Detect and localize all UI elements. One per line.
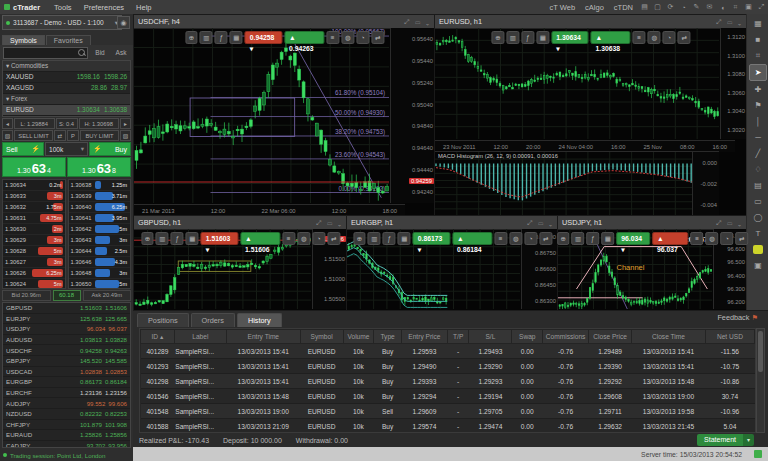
dom-row[interactable]: 1.306266.25m — [3, 268, 65, 279]
sell-price-button[interactable]: 0.94258 ▾ — [245, 31, 282, 44]
menu-item-tools[interactable]: Tools — [48, 3, 78, 12]
column-header[interactable]: Commissions — [543, 330, 589, 344]
tab-positions[interactable]: Positions — [137, 313, 189, 327]
table-row[interactable]: 401289SampleRSI...13/03/2013 15:41EURUSD… — [141, 344, 755, 359]
timeframe-icon[interactable]: ▦ — [601, 232, 614, 245]
order-list-icon[interactable]: ≡ — [633, 31, 646, 44]
indicator-icon[interactable]: ƒ — [586, 232, 599, 245]
dom-row[interactable]: 1.306425m — [69, 224, 131, 235]
layout-grid-icon[interactable]: ▦ — [750, 16, 766, 31]
quote-row[interactable]: EURJPY125.638125.665 — [3, 314, 130, 325]
apps-icon[interactable]: ⌗ — [729, 3, 742, 11]
dom-row[interactable]: 1.306302m — [3, 224, 65, 235]
right-icon[interactable]: ▧ — [120, 130, 131, 141]
search-input[interactable] — [3, 47, 88, 59]
menu-item-preferences[interactable]: Preferences — [78, 3, 130, 12]
dom-row[interactable]: 1.306406.25m — [69, 202, 131, 213]
pending-icon[interactable]: P — [67, 130, 79, 141]
quote-row[interactable]: AUDUSD1.038131.03828 — [3, 335, 130, 346]
dom-row[interactable]: 1.306505m — [69, 279, 131, 289]
rect-tool-icon[interactable]: ▭ — [750, 194, 766, 209]
column-header[interactable]: Close Time — [632, 330, 706, 344]
info-icon[interactable]: ◍ — [706, 232, 719, 245]
chart-type-icon[interactable]: ▥ — [506, 31, 519, 44]
quote-row[interactable]: NZDUSD0.822320.82253 — [3, 409, 130, 420]
chart-type-icon[interactable]: ▥ — [368, 232, 381, 245]
dom-row[interactable]: 1.306273m — [3, 257, 65, 268]
sync-icon[interactable]: ⟳ — [664, 3, 677, 11]
ellipse-tool-icon[interactable]: ◯ — [750, 210, 766, 225]
share-icon[interactable]: ⇄ — [735, 232, 748, 245]
text-tool-icon[interactable]: T — [750, 226, 766, 241]
dom-row[interactable]: 1.306393.71m — [69, 191, 131, 202]
tab-orders[interactable]: Orders — [191, 313, 235, 327]
dom-row[interactable]: 1.306333m — [3, 191, 65, 202]
buy-price-button[interactable]: ▲ 1.51606 — [240, 232, 280, 245]
clock-icon[interactable]: ◔ — [720, 232, 733, 245]
quote-row[interactable]: AUDJPY99.55299.606 — [3, 398, 130, 409]
top-link-ct-web[interactable]: cT Web — [544, 3, 580, 12]
chart-title-bar[interactable]: EURGBP, h1⤢ ▭ ⌄ — [347, 216, 558, 230]
indicator-icon[interactable]: ƒ — [171, 232, 184, 245]
dom-row[interactable]: 1.306285m — [3, 246, 65, 257]
sell-price-button[interactable]: 1.51603 ▾ — [201, 232, 238, 245]
sell-limit-button[interactable]: SELL LIMIT — [14, 130, 53, 141]
expand-icon[interactable]: ▸ — [120, 118, 131, 129]
square-icon[interactable]: ■ — [750, 32, 766, 47]
zoom-icon[interactable]: ⊕ — [491, 31, 504, 44]
column-header[interactable]: T/P — [447, 330, 468, 344]
column-header[interactable]: Label — [174, 330, 226, 344]
window-icons[interactable]: ⤢ ▭ ⌄ — [716, 18, 743, 26]
dom-row[interactable]: 1.306245m — [3, 279, 65, 289]
timeframe-icon[interactable]: ▦ — [398, 232, 411, 245]
column-header[interactable]: Type — [374, 330, 402, 344]
window-icons[interactable]: ⤢ ▭ ⌄ — [404, 18, 431, 26]
buy-price-button[interactable]: ▲ 0.86184 — [452, 232, 492, 245]
fib-grid-icon[interactable]: ▤ — [750, 178, 766, 193]
quote-row[interactable]: EURCHF1.231361.23156 — [3, 388, 130, 399]
timeframe-icon[interactable]: ▦ — [230, 31, 243, 44]
chart-title-bar[interactable]: EURUSD, h1⤢ ▭ ⌄ — [435, 15, 747, 29]
info-icon[interactable]: ◍ — [509, 232, 522, 245]
buy-price-button[interactable]: ▲ 1.30638 — [591, 31, 631, 44]
chart-title-bar[interactable]: USDCHF, h4⤢ ▭ ⌄ — [134, 15, 435, 29]
column-header[interactable]: S/L — [469, 330, 512, 344]
tab-history[interactable]: History — [237, 313, 282, 327]
column-header[interactable]: Volume — [343, 330, 374, 344]
indicator-icon[interactable]: ƒ — [521, 31, 534, 44]
dom-row[interactable]: 1.306381.25m — [69, 180, 131, 191]
quote-row[interactable]: EURAUD1.258261.25856 — [3, 430, 130, 441]
column-header[interactable]: Swap — [512, 330, 543, 344]
quote-row[interactable]: EURGBP0.861730.86184 — [3, 377, 130, 388]
dom-row[interactable]: 1.306442.5m — [69, 246, 131, 257]
color-swatch[interactable] — [753, 245, 763, 254]
column-header[interactable]: Entry Time — [226, 330, 300, 344]
buy-price-button[interactable]: ▲ 0.94263 — [284, 31, 324, 44]
trendline-icon[interactable]: ╱ — [750, 146, 766, 161]
price-axis[interactable]: 0.956400.954400.952400.950400.948400.946… — [390, 28, 435, 203]
window-icons[interactable]: ⤢ ▭ ⌄ — [316, 219, 343, 227]
price-axis[interactable]: 1.31201.31001.30801.30601.30401.3020 — [720, 28, 747, 139]
dom-row[interactable]: 1.306464.3m — [69, 257, 131, 268]
symbol-row[interactable]: XAGUSD28.8628.97 — [3, 83, 130, 94]
account-selector[interactable]: 3113687 - Demo - USD - 1:100 ▾ — [2, 15, 122, 30]
edit-icon[interactable]: ✎ — [690, 3, 703, 11]
column-header[interactable]: Close Price — [589, 330, 632, 344]
zoom-icon[interactable]: ⊕ — [185, 31, 198, 44]
fullscreen-icon[interactable]: ⤢ — [755, 3, 768, 11]
table-row[interactable]: 401546SampleRSI...13/03/2013 15:48EURUSD… — [141, 389, 755, 404]
table-row[interactable]: 401293SampleRSI...13/03/2013 15:41EURUSD… — [141, 359, 755, 374]
dom-row[interactable]: 1.306340.2m — [3, 180, 65, 191]
table-row[interactable]: 401548SampleRSI...13/03/2013 19:00EURUSD… — [141, 404, 755, 419]
chart-type-icon[interactable]: ▥ — [156, 232, 169, 245]
quote-row[interactable]: GBPUSD1.516031.51606 — [3, 303, 130, 314]
column-header[interactable]: Net USD — [705, 330, 754, 344]
menu-item-help[interactable]: Help — [130, 3, 157, 12]
symbol-row[interactable]: EURUSD1.306341.30638 — [3, 105, 130, 116]
contacts-icon[interactable]: ◔ — [677, 4, 690, 11]
quote-row[interactable]: CHFJPY101.879101.908 — [3, 420, 130, 431]
window-icons[interactable]: ⤢ ▭ ⌄ — [716, 219, 743, 227]
chart-plot[interactable] — [435, 28, 719, 139]
left-icon[interactable]: ▧ — [2, 130, 13, 141]
group-header[interactable]: ▾ Commodities — [3, 61, 130, 72]
